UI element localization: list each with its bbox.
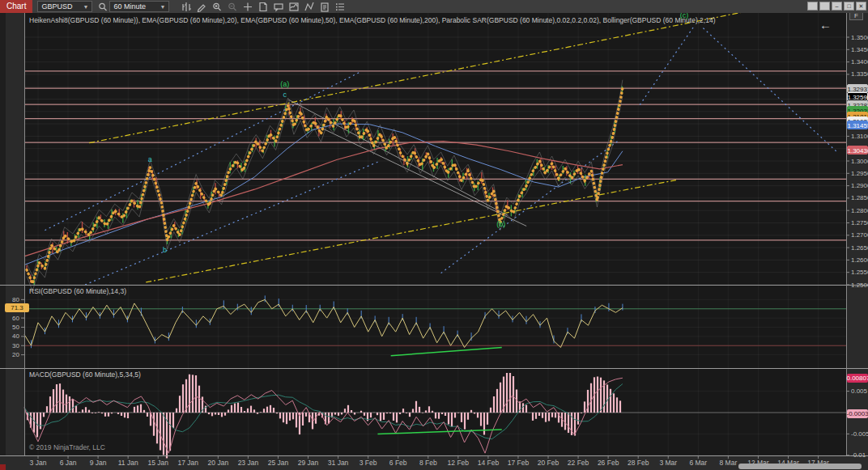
price-axis-tick: 1.33500 <box>851 70 868 78</box>
price-axis-tick: 1.28000 <box>851 207 868 214</box>
chevron-down-icon: ▼ <box>83 2 89 11</box>
data-box-icon[interactable] <box>256 1 270 12</box>
interval-selector[interactable]: 60 Minute ▼ <box>109 1 169 12</box>
panel-separator-rsi[interactable] <box>0 285 868 286</box>
instrument-selector[interactable]: GBPUSD ▼ <box>37 1 92 12</box>
indicator-panel-icon[interactable] <box>287 1 300 12</box>
panel-separator-macd[interactable] <box>0 368 868 369</box>
rsi-axis-tick: 60 <box>6 315 19 322</box>
chart-style-icon[interactable] <box>179 1 193 12</box>
macd-axis-tick: -0.005 <box>851 430 868 438</box>
price-marker-badge: 1.32937 <box>847 84 868 93</box>
dock-right-button[interactable] <box>819 2 830 11</box>
price-axis-tick: 1.34000 <box>851 58 868 66</box>
axis-separator <box>0 455 868 456</box>
chart-tab[interactable]: Chart <box>0 0 32 13</box>
crosshair-icon[interactable] <box>240 1 254 12</box>
left-axis-border <box>24 13 25 455</box>
price-marker-badge: 1.31455 <box>847 121 868 129</box>
toolbar: Chart GBPUSD ▼ 60 Minute ▼ –□✕ <box>0 0 868 13</box>
draw-icon[interactable] <box>194 1 208 12</box>
price-axis-tick: 1.35000 <box>851 34 868 41</box>
search-icon[interactable] <box>96 1 109 12</box>
macd-high-badge: 0.00807 <box>847 374 868 383</box>
price-axis-tick: 1.30000 <box>851 158 868 165</box>
elliott-wave-label: a <box>148 155 152 163</box>
rsi-axis-tick: 40 <box>6 332 19 340</box>
price-axis-tick: 1.31000 <box>851 133 868 140</box>
elliott-wave-label: (b) <box>496 220 505 228</box>
bottom-left-red-corner <box>0 464 6 470</box>
interval-value: 60 Minute <box>113 2 146 11</box>
instrument-value: GBPUSD <box>41 2 72 11</box>
price-marker-badge: 1.30436 <box>847 146 868 155</box>
rsi-axis-tick: 20 <box>6 351 19 358</box>
price-axis-tick: 1.26500 <box>851 244 868 252</box>
toolbar-icon-row <box>179 1 347 12</box>
rsi-axis-tick: 80 <box>6 296 19 303</box>
price-axis-border <box>846 13 847 455</box>
macd-label: MACD(GBPUSD (60 Minute),5,34,5) <box>29 370 141 379</box>
close-button[interactable]: ✕ <box>856 2 866 11</box>
restore-button[interactable]: □ <box>844 2 854 11</box>
scroll-to-latest-arrow-icon[interactable]: ← <box>819 18 832 32</box>
chart-canvas[interactable] <box>0 0 868 470</box>
price-axis-tick: 1.28500 <box>851 194 868 201</box>
elliott-wave-label: (a) <box>280 80 289 88</box>
rsi-value-badge: 71.3 <box>5 303 29 312</box>
drawing-list-icon[interactable] <box>333 1 347 12</box>
rsi-label: RSI(GBPUSD (60 Minute),14,3) <box>29 287 126 295</box>
horizontal-scrollbar-thumb[interactable] <box>738 464 862 469</box>
price-axis-tick: 1.29500 <box>851 170 868 177</box>
price-axis-tick: 1.27000 <box>851 231 868 239</box>
zoom-out-icon[interactable] <box>225 1 239 12</box>
pattern-icon[interactable] <box>302 1 316 12</box>
macd-value-badge: -0.000354 <box>847 409 868 418</box>
properties-icon[interactable] <box>317 1 331 12</box>
chevron-down-icon: ▼ <box>160 2 166 11</box>
window-buttons: –□✕ <box>806 2 866 11</box>
minimize-button[interactable]: – <box>832 2 842 11</box>
elliott-wave-label: b <box>163 246 167 254</box>
price-axis-tick: 1.27500 <box>851 219 868 227</box>
price-axis-tick: 1.34500 <box>851 46 868 53</box>
ninjatrader-chart-window: 3 Jan6 Jan9 Jan11 Jan15 Jan17 Jan20 Jan2… <box>0 0 868 470</box>
rsi-axis-tick: 50 <box>6 324 19 331</box>
rsi-axis-tick: 30 <box>6 342 19 349</box>
price-axis-tick: 1.26000 <box>851 256 868 264</box>
macd-axis-tick: -0.01 <box>851 451 866 459</box>
indicator-label: HeikenAshi8(GBPUSD (60 Minute)), EMA(GBP… <box>29 16 715 24</box>
elliott-wave-label: c <box>283 91 287 99</box>
price-axis-tick: 1.25500 <box>851 269 868 276</box>
price-axis-tick: 1.25000 <box>851 282 868 289</box>
copyright-text: © 2019 NinjaTrader, LLC <box>29 443 105 451</box>
price-axis-tick: 1.29000 <box>851 182 868 189</box>
dock-left-button[interactable] <box>807 2 818 11</box>
text-note-icon[interactable] <box>271 1 285 12</box>
macd-axis-tick: 0.005 <box>851 387 867 395</box>
zoom-in-icon[interactable] <box>210 1 223 12</box>
